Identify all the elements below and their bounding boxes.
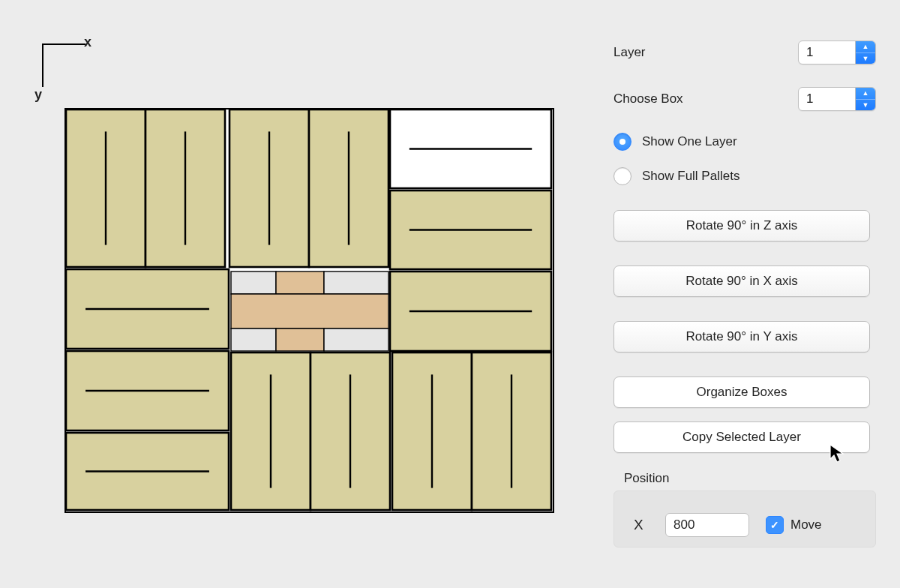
radio-show-full-label: Show Full Pallets [642,169,740,184]
box-select[interactable]: 1 ▲ ▼ [798,87,876,111]
layer-step-down[interactable]: ▼ [856,53,875,64]
svg-rect-3 [231,294,388,328]
svg-rect-0 [231,272,276,294]
move-label: Move [790,518,822,532]
radio-dot-icon [614,133,632,151]
layer-label: Layer [614,45,798,60]
pos-x-label: X [634,517,665,533]
box-layout[interactable] [66,110,553,512]
svg-rect-2 [324,272,388,294]
layer-select[interactable]: 1 ▲ ▼ [798,40,876,64]
svg-rect-5 [276,328,324,351]
layer-value: 1 [799,41,855,64]
box-label: Choose Box [614,92,798,106]
organize-boxes-label: Organize Boxes [697,385,788,400]
box-step-up[interactable]: ▲ [856,88,875,100]
move-checkbox[interactable]: ✓ [766,516,784,534]
box-step-down[interactable]: ▼ [856,100,875,111]
copy-layer-label: Copy Selected Layer [682,430,801,445]
rotate-x-label: Rotate 90° in X axis [686,274,798,289]
copy-layer-button[interactable]: Copy Selected Layer [614,422,870,453]
axis-indicator: x y [39,32,92,93]
pos-x-input[interactable]: 800 [665,513,749,537]
svg-rect-6 [324,328,388,351]
pos-x-value: 800 [674,518,694,532]
radio-show-one-layer[interactable]: Show One Layer [614,130,876,153]
rotate-y-button[interactable]: Rotate 90° in Y axis [614,321,870,352]
organize-boxes-button[interactable]: Organize Boxes [614,376,870,408]
position-group: X 800 ✓ Move [614,490,876,548]
controls-panel: Layer 1 ▲ ▼ Choose Box 1 ▲ ▼ Show One La… [614,38,876,548]
position-title: Position [624,471,876,486]
rotate-y-label: Rotate 90° in Y axis [686,329,798,344]
radio-dot-icon [614,167,632,185]
box-value: 1 [799,88,855,110]
rotate-x-button[interactable]: Rotate 90° in X axis [614,266,870,297]
rotate-z-button[interactable]: Rotate 90° in Z axis [614,210,870,242]
svg-rect-4 [231,328,276,351]
radio-show-full-pallets[interactable]: Show Full Pallets [614,165,876,188]
axis-x-label: x [84,34,92,50]
axis-y-label: y [34,87,42,103]
svg-rect-1 [276,272,324,294]
radio-show-one-label: Show One Layer [642,134,737,149]
layer-step-up[interactable]: ▲ [856,41,875,53]
rotate-z-label: Rotate 90° in Z axis [686,218,798,233]
pallet-canvas[interactable] [64,108,554,513]
